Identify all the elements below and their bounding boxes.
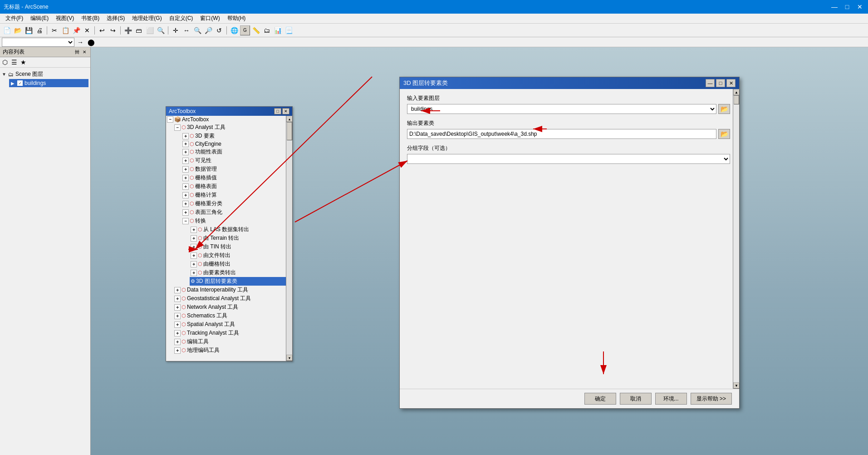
maximize-button[interactable]: □	[843, 3, 852, 10]
tree-item-from-tin[interactable]: ＋ ⬡ 由 TIN 转出	[190, 242, 286, 251]
content-btn1[interactable]: ⬡	[1, 58, 9, 66]
menu-view[interactable]: 视图(V)	[52, 14, 78, 23]
pan-btn[interactable]: ↔	[181, 25, 191, 35]
from-tin-expand[interactable]: ＋	[191, 244, 197, 250]
raster-interp-expand[interactable]: ＋	[182, 175, 189, 181]
ok-button[interactable]: 确定	[584, 393, 616, 405]
zoom-out-btn[interactable]: 🔎	[203, 25, 213, 35]
dialog-minimize-btn[interactable]: —	[706, 79, 715, 87]
tree-item-raster-calc[interactable]: ＋ ⬡ 栅格计算	[181, 191, 286, 199]
tree-item-raster-interp[interactable]: ＋ ⬡ 栅格插值	[181, 173, 286, 182]
raster-surface-expand[interactable]: ＋	[182, 183, 189, 190]
report-btn[interactable]: 📃	[284, 25, 294, 35]
cut-btn[interactable]: ✂	[49, 25, 59, 35]
toolbox-close-btn[interactable]: ✕	[282, 108, 289, 114]
measure-btn[interactable]: 📏	[251, 25, 261, 35]
from-file-expand[interactable]: ＋	[191, 252, 197, 259]
content-btn3[interactable]: ★	[19, 58, 27, 66]
layer-selector[interactable]	[2, 38, 74, 47]
panel-pin-btn[interactable]: 卌	[74, 49, 80, 55]
menu-bookmark[interactable]: 书签(B)	[78, 14, 103, 23]
3d-feature-expand[interactable]: ＋	[182, 133, 189, 139]
toolbox-scroll-up[interactable]: ▲	[286, 116, 293, 122]
group-field-select[interactable]	[407, 154, 730, 164]
menu-geoprocess[interactable]: 地理处理(G)	[128, 14, 165, 23]
tree-item-3d-feature[interactable]: ＋ ⬡ 3D 要素	[181, 132, 286, 140]
menu-window[interactable]: 窗口(W)	[196, 14, 223, 23]
raster-calc-expand[interactable]: ＋	[182, 192, 189, 198]
tree-item-geostat[interactable]: ＋ ⬡ Geostatistical Analyst 工具	[173, 294, 286, 303]
undo-btn[interactable]: ↩	[97, 25, 107, 35]
geocode-expand[interactable]: ＋	[174, 347, 181, 354]
edit-expand[interactable]: ＋	[174, 339, 181, 345]
dialog-maximize-btn[interactable]: □	[716, 79, 725, 87]
save-btn[interactable]: 💾	[24, 25, 34, 35]
toolbox-scroll-thumb[interactable]	[287, 122, 292, 140]
tree-item-from-raster[interactable]: ＋ ⬡ 由栅格转出	[190, 260, 286, 268]
new-btn[interactable]: 📄	[2, 25, 12, 35]
tree-item-from-terrain[interactable]: ＋ ⬡ 由 Terrain 转出	[190, 234, 286, 242]
cityengine-expand[interactable]: ＋	[182, 141, 189, 147]
attr-btn[interactable]: 🗂	[262, 25, 272, 35]
convert-expand[interactable]: －	[182, 218, 189, 224]
zoom-full-btn[interactable]: ⬜	[145, 25, 155, 35]
show-help-button[interactable]: 显示帮助 >>	[691, 393, 732, 405]
root-expand[interactable]: －	[167, 116, 173, 123]
tb2-btn1[interactable]: →	[75, 37, 85, 47]
dialog-scroll-down[interactable]: ▼	[733, 382, 740, 389]
tree-item-geocode[interactable]: ＋ ⬡ 地理编码工具	[173, 346, 286, 355]
dialog-scroll-up[interactable]: ▲	[733, 89, 740, 95]
graph-btn[interactable]: 📊	[273, 25, 283, 35]
schematics-expand[interactable]: ＋	[174, 313, 181, 319]
dialog-close-btn[interactable]: ✕	[726, 79, 736, 87]
zoom-in-btn[interactable]: 🔍	[192, 25, 202, 35]
menu-file[interactable]: 文件(F)	[2, 14, 27, 23]
environment-button[interactable]: 环境...	[655, 393, 687, 405]
tree-item-functional-surface[interactable]: ＋ ⬡ 功能性表面	[181, 148, 286, 156]
spatial-analyst-expand[interactable]: ＋	[174, 321, 181, 328]
tree-item-cityengine[interactable]: ＋ ⬡ CityEngine	[181, 140, 286, 148]
network-analyst-expand[interactable]: ＋	[174, 304, 181, 311]
tracking-analyst-expand[interactable]: ＋	[174, 330, 181, 336]
input-layer-select[interactable]: buildings	[407, 104, 716, 114]
surface-tri-expand[interactable]: ＋	[182, 209, 189, 216]
data-mgmt-expand[interactable]: ＋	[182, 166, 189, 173]
arcgis-btn[interactable]: G	[240, 25, 250, 35]
close-button[interactable]: ✕	[855, 3, 864, 10]
tree-item-edit[interactable]: ＋ ⬡ 编辑工具	[173, 337, 286, 346]
layer-checkbox[interactable]: ✓	[17, 80, 23, 86]
scene-layer-item[interactable]: ▼ 🗂 Scene 图层	[2, 69, 88, 79]
paste-btn[interactable]: 📌	[71, 25, 81, 35]
menu-help[interactable]: 帮助(H)	[224, 14, 250, 23]
open-btn[interactable]: 📂	[13, 25, 23, 35]
redo-btn[interactable]: ↪	[108, 25, 118, 35]
panel-close-btn[interactable]: ✕	[81, 49, 88, 55]
tree-item-raster-surface[interactable]: ＋ ⬡ 栅格表面	[181, 182, 286, 191]
from-featureclass-expand[interactable]: ＋	[191, 270, 197, 276]
functional-surface-expand[interactable]: ＋	[182, 149, 189, 155]
tree-item-spatial-analyst[interactable]: ＋ ⬡ Spatial Analyst 工具	[173, 320, 286, 329]
adddata-btn[interactable]: ➕	[123, 25, 133, 35]
rotate-btn[interactable]: ↺	[214, 25, 224, 35]
minimize-button[interactable]: —	[830, 3, 839, 10]
data-interop-expand[interactable]: ＋	[174, 287, 181, 293]
print-btn[interactable]: 🖨	[34, 25, 44, 35]
menu-edit[interactable]: 编辑(E)	[27, 14, 52, 23]
delete-btn[interactable]: ✕	[82, 25, 92, 35]
tb2-btn2[interactable]: ⬤	[86, 37, 96, 47]
menu-select[interactable]: 选择(S)	[103, 14, 128, 23]
tree-item-network-analyst[interactable]: ＋ ⬡ Network Analyst 工具	[173, 303, 286, 312]
toolbox-restore-btn[interactable]: □	[274, 108, 281, 114]
tree-item-visibility[interactable]: ＋ ⬡ 可见性	[181, 156, 286, 165]
tree-item-3d-layer-to-fc[interactable]: ⚙ 3D 图层转要素类	[190, 277, 286, 286]
tree-item-3d-analyst[interactable]: － ⬡ 3D Analyst 工具	[173, 123, 286, 132]
visibility-expand[interactable]: ＋	[182, 158, 189, 164]
tree-item-schematics[interactable]: ＋ ⬡ Schematics 工具	[173, 312, 286, 320]
geostat-expand[interactable]: ＋	[174, 296, 181, 302]
toolbox-scroll-down[interactable]: ▼	[286, 355, 293, 361]
output-fc-input[interactable]	[407, 129, 716, 139]
buildings-layer-item[interactable]: ▶ ✓ buildings	[9, 79, 88, 87]
raster-reclass-expand[interactable]: ＋	[182, 201, 189, 207]
navigate-btn[interactable]: ✛	[171, 25, 181, 35]
tree-item-tracking-analyst[interactable]: ＋ ⬡ Tracking Analyst 工具	[173, 329, 286, 337]
